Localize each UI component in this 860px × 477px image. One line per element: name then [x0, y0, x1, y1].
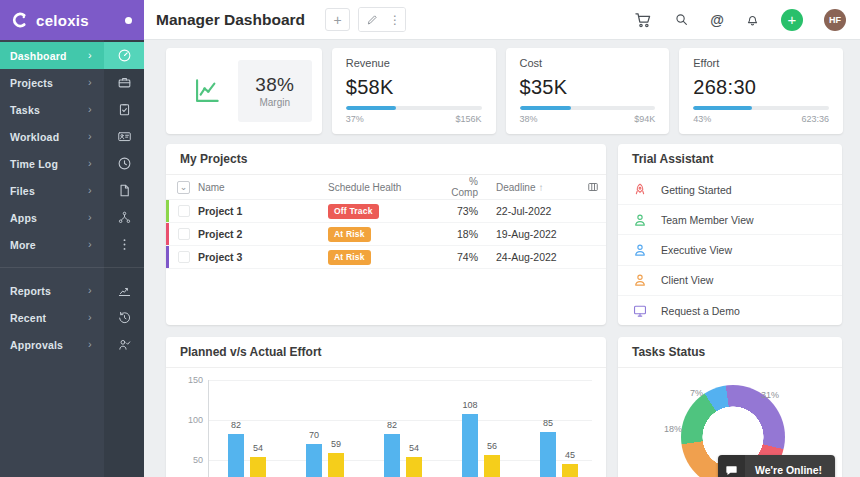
cost-kpi-card[interactable]: Cost $35K 38%$94K	[506, 48, 670, 134]
sidebar-item-recent[interactable]: Recent›	[0, 304, 144, 331]
col-header-deadline[interactable]: Deadline↑	[478, 182, 580, 193]
quick-add-button[interactable]: +	[781, 9, 803, 31]
y-tick-label: 150	[180, 375, 203, 385]
bar-actual[interactable]	[484, 455, 500, 477]
sidebar-nav: Dashboard› Projects› Tasks› Workload› Ti…	[0, 40, 144, 358]
celoxis-logo-icon	[10, 10, 30, 30]
col-header-name[interactable]: Name	[198, 182, 328, 193]
bar-actual[interactable]	[562, 464, 578, 477]
sidebar-item-apps[interactable]: Apps›	[0, 204, 144, 231]
brand-header: celoxis	[0, 0, 144, 40]
progress-fill	[693, 106, 751, 110]
deadline-value: 22-Jul-2022	[478, 205, 580, 217]
select-all-checkbox[interactable]: ⌄	[177, 181, 190, 194]
kpi-row: 38% Margin Revenue $58K 37%$156K Cost $3…	[166, 48, 843, 134]
add-dashboard-button[interactable]: +	[325, 8, 350, 31]
pct-comp-value: 73%	[440, 205, 478, 217]
col-header-schedule-health[interactable]: Schedule Health	[328, 182, 440, 193]
trial-item-getting-started[interactable]: Getting Started	[618, 175, 842, 205]
project-name[interactable]: Project 1	[198, 205, 328, 217]
sidebar-item-dashboard[interactable]: Dashboard›	[0, 42, 144, 69]
my-projects-title: My Projects	[166, 144, 606, 175]
bar-planned[interactable]	[462, 414, 478, 477]
sidebar-item-files[interactable]: Files›	[0, 177, 144, 204]
workload-card-icon[interactable]	[104, 123, 144, 150]
row-checkbox[interactable]	[178, 228, 190, 240]
user-avatar[interactable]: HF	[824, 9, 846, 31]
clock-icon[interactable]	[104, 150, 144, 177]
sidebar-item-projects[interactable]: Projects›	[0, 69, 144, 96]
bar-planned[interactable]	[228, 434, 244, 477]
briefcase-icon[interactable]	[104, 69, 144, 96]
user-check-icon[interactable]	[104, 331, 144, 358]
history-icon[interactable]	[104, 304, 144, 331]
chevron-right-icon: ›	[88, 131, 104, 142]
main-content: 38% Margin Revenue $58K 37%$156K Cost $3…	[144, 40, 860, 477]
bar-actual[interactable]	[250, 457, 266, 477]
project-row[interactable]: Project 2 At Risk 18% 19-Aug-2022	[166, 223, 606, 246]
file-icon[interactable]	[104, 177, 144, 204]
column-settings-icon[interactable]	[580, 181, 606, 193]
sidebar-item-more[interactable]: More›	[0, 231, 144, 258]
trial-item-request-a-demo[interactable]: Request a Demo	[618, 296, 842, 325]
bar-actual[interactable]	[406, 457, 422, 477]
sidebar-item-tasks[interactable]: Tasks›	[0, 96, 144, 123]
pct-comp-value: 74%	[440, 251, 478, 263]
progress-pct-label: 38%	[520, 114, 538, 124]
trial-item-client-view[interactable]: Client View	[618, 266, 842, 296]
sidebar-item-time-log[interactable]: Time Log›	[0, 150, 144, 177]
gauge-icon[interactable]	[104, 42, 144, 69]
user-icon	[632, 272, 648, 288]
effort-chart-card: Planned v/s Actual Effort 15010050827082…	[166, 337, 606, 477]
bar-planned[interactable]	[540, 432, 556, 477]
project-name[interactable]: Project 3	[198, 251, 328, 263]
middle-row: My Projects ⌄ Name Schedule Health % Com…	[166, 144, 843, 325]
bar-value-label: 82	[378, 420, 406, 430]
trial-assistant-title: Trial Assistant	[618, 144, 842, 175]
effort-kpi-card[interactable]: Effort 268:30 43%623:36	[679, 48, 843, 134]
bar-planned[interactable]	[306, 444, 322, 477]
bar-value-label: 108	[456, 400, 484, 410]
bar-planned[interactable]	[384, 434, 400, 477]
clipboard-check-icon[interactable]	[104, 96, 144, 123]
search-icon[interactable]	[674, 12, 689, 27]
donut-slice-label: 31%	[761, 390, 779, 400]
plus-icon: +	[333, 12, 341, 28]
trial-assistant-card: Trial Assistant Getting Started Team Mem…	[618, 144, 842, 325]
cart-icon[interactable]	[633, 10, 653, 30]
chart-trend-icon[interactable]	[104, 277, 144, 304]
row-checkbox[interactable]	[178, 205, 190, 217]
sidebar: celoxis Dashboard› Projects› Tasks› Work…	[0, 0, 144, 477]
revenue-kpi-card[interactable]: Revenue $58K 37%$156K	[332, 48, 496, 134]
bell-icon[interactable]	[745, 12, 760, 27]
project-name[interactable]: Project 2	[198, 228, 328, 240]
progress-track	[693, 106, 829, 110]
sidebar-item-workload[interactable]: Workload›	[0, 123, 144, 150]
more-options-button[interactable]: ⋮	[385, 8, 405, 31]
progress-fill	[520, 106, 572, 110]
sidebar-pin-toggle[interactable]	[125, 17, 132, 24]
sidebar-item-approvals[interactable]: Approvals›	[0, 331, 144, 358]
chat-bubble-icon	[718, 455, 745, 477]
project-row[interactable]: Project 3 At Risk 74% 24-Aug-2022	[166, 246, 606, 269]
col-header-pct-comp[interactable]: % Comp	[440, 176, 478, 198]
bar-actual[interactable]	[328, 453, 344, 477]
mention-icon[interactable]: @	[710, 12, 724, 28]
trial-item-executive-view[interactable]: Executive View	[618, 235, 842, 265]
health-badge: At Risk	[328, 250, 371, 265]
margin-value: 38%	[255, 74, 294, 96]
project-row[interactable]: Project 1 Off Track 73% 22-Jul-2022	[166, 200, 606, 223]
edit-pencil-button[interactable]	[359, 8, 385, 31]
row-checkbox[interactable]	[178, 251, 190, 263]
kebab-icon[interactable]	[104, 231, 144, 258]
margin-kpi-card[interactable]: 38% Margin	[166, 48, 322, 134]
bar-value-label: 82	[222, 420, 250, 430]
progress-fill	[346, 106, 396, 110]
sidebar-item-reports[interactable]: Reports›	[0, 277, 144, 304]
chevron-right-icon: ›	[88, 212, 104, 223]
hierarchy-icon[interactable]	[104, 204, 144, 231]
bar-value-label: 56	[478, 441, 506, 451]
chevron-right-icon: ›	[88, 77, 104, 88]
chat-widget[interactable]: We're Online!	[718, 455, 835, 477]
trial-item-team-member-view[interactable]: Team Member View	[618, 205, 842, 235]
